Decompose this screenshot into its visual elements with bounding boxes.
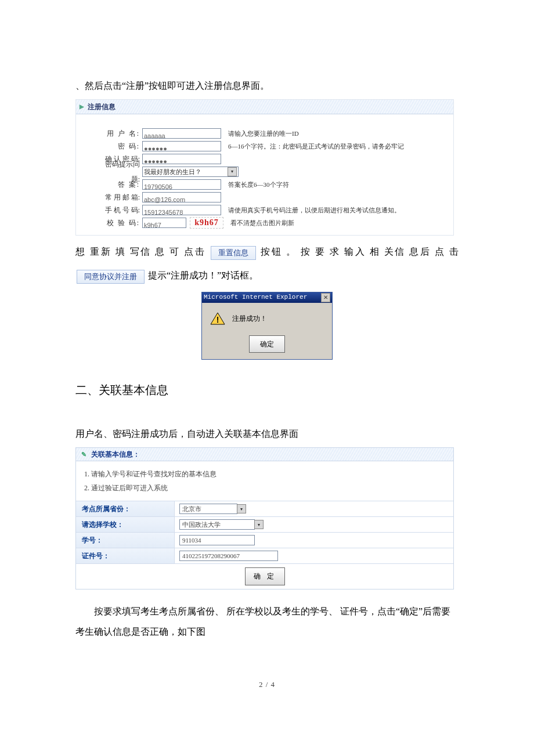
chevron-down-icon: ▾ — [237, 504, 246, 513]
input-captcha[interactable]: k9h67 — [142, 218, 186, 228]
input-answer[interactable]: 19790506 — [142, 179, 221, 190]
ie-ok-button[interactable]: 确定 — [249, 335, 285, 353]
input-confirm[interactable]: ●●●●●● — [142, 154, 221, 164]
warning-icon: ! — [210, 312, 225, 325]
link-note-1: 1. 请输入学号和证件号查找对应的基本信息 — [84, 467, 445, 481]
hint-phone: 请使用真实手机号码注册，以便后期进行相关考试信息通知。 — [228, 203, 400, 217]
link-header: ✎ 关联基本信息： — [76, 448, 453, 461]
text-after-agree: 提示“注册成功！”对话框。 — [148, 270, 258, 280]
paragraph-reset-line: 想 重新 填 写信 息 可 点击 重置信息 按钮 。 按 要 求 输入 相 关信… — [75, 241, 459, 262]
input-student-id[interactable]: 911034 — [179, 535, 255, 545]
label-captcha: 校 验 码: — [99, 215, 142, 230]
label-id-number: 证件号： — [76, 548, 175, 563]
paragraph-register-entry: 、然后点击“注册”按钮即可进入注册信息界面。 — [75, 75, 459, 96]
input-password[interactable]: ●●●●●● — [142, 141, 221, 151]
input-id-number[interactable]: 410225197208290067 — [179, 551, 278, 561]
registration-form-screenshot: ▶ 注册信息 用 户 名: aaaaaa 请输入您要注册的唯一ID 密 码: ●… — [75, 99, 454, 236]
select-question[interactable]: 我最好朋友的生日？ ▾ — [142, 167, 239, 177]
paragraph-agree-line: 同意协议并注册 提示“注册成功！”对话框。 — [75, 265, 459, 285]
ie-message: 注册成功！ — [232, 311, 267, 326]
captcha-image[interactable]: k9h67 — [190, 217, 223, 229]
paragraph-link-intro: 用户名、密码注册成功后，自动进入关联基本信息界面 — [75, 424, 459, 444]
section-heading-link: 二、关联基本信息 — [75, 377, 459, 403]
hint-captcha: 看不清楚点击图片刷新 — [230, 216, 294, 230]
link-info-screenshot: ✎ 关联基本信息： 1. 请输入学号和证件号查找对应的基本信息 2. 通过验证后… — [75, 447, 454, 589]
text-after-reset: 按钮 。 按 要 求 输入 相 关信 息后 点 击 — [261, 247, 459, 256]
registration-header: ▶ 注册信息 — [76, 100, 453, 114]
select-school-value: 中国政法大学 — [179, 519, 255, 530]
chevron-down-icon: ▾ — [254, 520, 264, 529]
link-notes: 1. 请输入学号和证件号查找对应的基本信息 2. 通过验证后即可进入系统 — [76, 461, 453, 501]
label-school: 请选择学校： — [76, 517, 175, 532]
page-number: 2 / 4 — [75, 677, 459, 693]
select-question-value: 我最好朋友的生日？ — [144, 165, 201, 179]
link-note-2: 2. 通过验证后即可进入系统 — [84, 481, 445, 495]
ie-alert-dialog: Microsoft Internet Explorer ✕ ! 注册成功！ 确定 — [201, 292, 333, 360]
paragraph-confirm-instructions: 按要求填写考生考点所属省份、 所在学校以及考生的学号、 证件号，点击“确定”后需… — [75, 601, 459, 642]
hint-answer: 答案长度6—30个字符 — [228, 178, 289, 191]
hint-password: 6—16个字符。注：此密码是正式考试的登录密码，请务必牢记 — [228, 139, 404, 153]
link-header-text: 关联基本信息： — [91, 447, 140, 462]
select-school[interactable]: 中国政法大学 ▾ — [179, 519, 264, 530]
ie-title: Microsoft Internet Explorer — [204, 290, 307, 304]
input-username[interactable]: aaaaaa — [142, 128, 221, 139]
input-email[interactable]: abc@126.com — [142, 192, 221, 202]
link-confirm-button[interactable]: 确 定 — [245, 567, 285, 585]
agree-register-button[interactable]: 同意协议并注册 — [77, 270, 145, 284]
hint-username: 请输入您要注册的唯一ID — [228, 126, 299, 140]
bullet-icon: ▶ — [80, 100, 84, 113]
select-province[interactable]: 北京市 ▾ — [179, 504, 246, 514]
label-province: 考点所属省份： — [76, 501, 175, 516]
reset-info-button[interactable]: 重置信息 — [211, 246, 256, 260]
label-student-id: 学号： — [76, 533, 175, 548]
select-province-value: 北京市 — [179, 504, 237, 514]
svg-text:!: ! — [217, 315, 219, 324]
ie-titlebar: Microsoft Internet Explorer ✕ — [202, 292, 332, 303]
chevron-down-icon: ▾ — [228, 167, 237, 176]
edit-icon: ✎ — [80, 450, 88, 458]
text-before-reset: 想 重新 填 写信 息 可 点击 — [75, 247, 205, 256]
registration-header-text: 注册信息 — [88, 99, 116, 114]
close-icon[interactable]: ✕ — [321, 293, 330, 302]
